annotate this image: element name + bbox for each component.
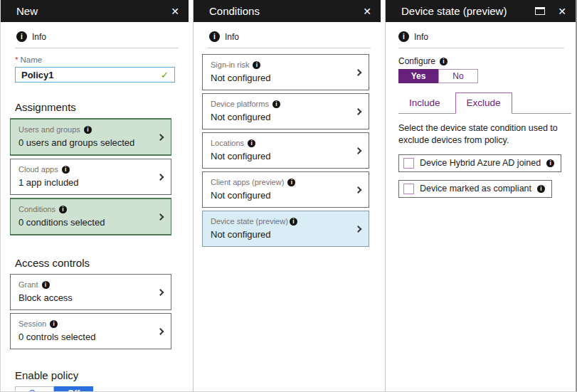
card-value: Not configured bbox=[211, 190, 349, 201]
card-value: Not configured bbox=[211, 151, 349, 161]
chevron-right-icon bbox=[355, 69, 362, 76]
card-value: 0 controls selected bbox=[18, 332, 151, 342]
valid-check-icon: ✓ bbox=[161, 70, 169, 80]
blade-device-state-header: Device state (preview) ✕ bbox=[386, 0, 576, 22]
info-label: Info bbox=[414, 32, 428, 42]
info-icon: i bbox=[287, 179, 295, 186]
maximize-icon[interactable] bbox=[535, 7, 545, 15]
divider bbox=[15, 48, 179, 48]
blade-conditions: Conditions ✕ i Info Sign-in risk i Not c… bbox=[193, 0, 385, 391]
chevron-right-icon bbox=[157, 328, 164, 335]
configure-no-button[interactable]: No bbox=[438, 69, 478, 83]
tab-exclude[interactable]: Exclude bbox=[455, 92, 512, 114]
blade-device-state: Device state (preview) ✕ i Info Configur… bbox=[385, 0, 576, 391]
info-icon: i bbox=[16, 31, 27, 42]
card-users-and-groups[interactable]: Users and groups i 0 users and groups se… bbox=[10, 118, 171, 156]
assignments-heading: Assignments bbox=[15, 101, 179, 113]
tab-include[interactable]: Include bbox=[398, 93, 451, 113]
info-icon: i bbox=[253, 61, 260, 69]
option-device-hybrid-azure-ad-joined[interactable]: Device Hybrid Azure AD joined i bbox=[398, 154, 561, 172]
info-label: Info bbox=[32, 32, 46, 42]
info-icon: i bbox=[537, 185, 545, 193]
blade-new-header: New ✕ bbox=[1, 0, 189, 22]
info-icon: i bbox=[209, 31, 220, 42]
blade-conditions-title: Conditions bbox=[209, 5, 350, 17]
close-icon[interactable]: ✕ bbox=[558, 6, 566, 16]
card-value: Not configured bbox=[211, 73, 349, 83]
card-label: Locations bbox=[211, 139, 244, 147]
card-label: Device state (preview) bbox=[211, 217, 288, 226]
info-icon: i bbox=[62, 166, 70, 174]
name-label: *Name bbox=[15, 55, 175, 64]
checkbox-unchecked[interactable] bbox=[403, 158, 414, 169]
card-label: Cloud apps bbox=[18, 165, 58, 174]
option-label: Device marked as compliant bbox=[420, 184, 531, 194]
assignments-cards: Users and groups i 0 users and groups se… bbox=[10, 118, 171, 235]
card-conditions[interactable]: Conditions i 0 conditions selected bbox=[10, 198, 171, 235]
chevron-right-icon bbox=[355, 186, 362, 194]
close-icon[interactable]: ✕ bbox=[171, 6, 179, 16]
card-sign-in-risk[interactable]: Sign-in risk i Not configured bbox=[202, 54, 369, 90]
divider bbox=[398, 48, 564, 48]
include-exclude-tabs: Include Exclude bbox=[398, 92, 571, 114]
divider bbox=[208, 48, 371, 48]
name-input-value: Policy1 bbox=[21, 70, 161, 80]
card-device-platforms[interactable]: Device platforms i Not configured bbox=[202, 93, 369, 129]
name-input[interactable]: Policy1 ✓ bbox=[15, 67, 175, 83]
card-label: Conditions bbox=[18, 205, 55, 213]
enable-policy-on-button[interactable]: On bbox=[15, 386, 54, 391]
configure-toggle: Yes No bbox=[398, 69, 563, 83]
info-icon: i bbox=[546, 159, 554, 167]
card-cloud-apps[interactable]: Cloud apps i 1 app included bbox=[10, 159, 171, 195]
conditions-cards: Sign-in risk i Not configured Device pla… bbox=[202, 54, 369, 247]
name-field: *Name Policy1 ✓ bbox=[15, 55, 175, 83]
card-label: Device platforms bbox=[211, 100, 269, 108]
blade-conditions-body: i Info Sign-in risk i Not configured Dev… bbox=[194, 22, 385, 391]
info-link[interactable]: i Info bbox=[16, 31, 46, 42]
option-device-marked-as-compliant[interactable]: Device marked as compliant i bbox=[398, 180, 552, 198]
info-link[interactable]: i Info bbox=[209, 31, 239, 42]
card-device-state[interactable]: Device state (preview) i Not configured bbox=[202, 211, 369, 247]
access-controls-heading: Access controls bbox=[15, 257, 179, 269]
card-value: Not configured bbox=[211, 229, 349, 240]
configure-label-row: Configure i bbox=[398, 56, 563, 66]
exclude-description: Select the device state condition used t… bbox=[398, 122, 563, 147]
card-client-apps[interactable]: Client apps (preview) i Not configured bbox=[202, 171, 369, 208]
info-icon: i bbox=[42, 281, 50, 289]
chevron-right-icon bbox=[355, 108, 362, 115]
card-value: 0 users and groups selected bbox=[18, 137, 151, 148]
card-label: Users and groups bbox=[18, 125, 80, 134]
chevron-right-icon bbox=[157, 213, 164, 221]
card-locations[interactable]: Locations i Not configured bbox=[202, 132, 369, 169]
enable-policy-off-button[interactable]: Off bbox=[54, 386, 93, 391]
card-label: Client apps (preview) bbox=[211, 178, 284, 186]
close-icon[interactable]: ✕ bbox=[363, 6, 371, 16]
info-label: Info bbox=[225, 32, 239, 42]
blade-new: New ✕ i Info *Name Policy1 ✓ Assignments bbox=[0, 0, 193, 391]
azure-conditional-access-blades: New ✕ i Info *Name Policy1 ✓ Assignments bbox=[0, 0, 577, 392]
card-label: Sign-in risk bbox=[211, 60, 249, 69]
blade-device-state-title: Device state (preview) bbox=[401, 5, 535, 17]
card-value: 0 conditions selected bbox=[18, 217, 151, 228]
info-icon: i bbox=[290, 218, 297, 226]
blade-new-body: i Info *Name Policy1 ✓ Assignments Users… bbox=[1, 22, 193, 391]
required-asterisk: * bbox=[15, 55, 18, 64]
info-icon: i bbox=[59, 206, 67, 213]
blade-conditions-header: Conditions ✕ bbox=[194, 0, 381, 22]
configure-label: Configure bbox=[398, 56, 435, 66]
info-link[interactable]: i Info bbox=[398, 31, 428, 42]
access-controls-cards: Grant i Block access Session i 0 control… bbox=[10, 274, 171, 349]
card-session[interactable]: Session i 0 controls selected bbox=[10, 313, 171, 349]
info-icon: i bbox=[248, 139, 255, 147]
configure-yes-button[interactable]: Yes bbox=[398, 69, 438, 83]
checkbox-unchecked[interactable] bbox=[403, 184, 414, 194]
chevron-right-icon bbox=[157, 174, 164, 181]
chevron-right-icon bbox=[355, 147, 362, 154]
chevron-right-icon bbox=[157, 289, 164, 296]
info-icon: i bbox=[84, 126, 92, 134]
card-grant[interactable]: Grant i Block access bbox=[10, 274, 171, 310]
card-value: Block access bbox=[18, 292, 151, 303]
option-label: Device Hybrid Azure AD joined bbox=[420, 158, 541, 168]
info-icon: i bbox=[272, 100, 280, 108]
chevron-right-icon bbox=[157, 134, 164, 141]
